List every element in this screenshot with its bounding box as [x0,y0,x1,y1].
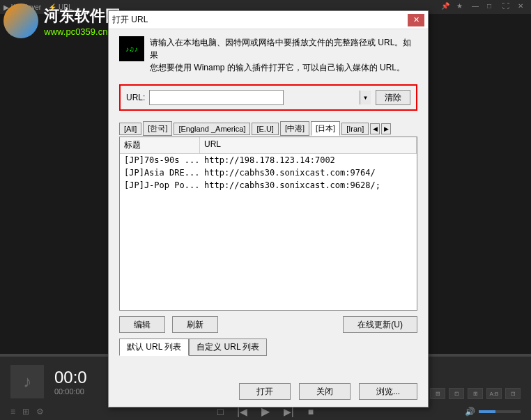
volume-icon[interactable]: 🔊 [465,407,475,417]
tab-scroll-right-icon[interactable]: ▶ [381,123,391,134]
list-item[interactable]: [JP]J-Pop Po...http://cabhs30.sonixcast.… [120,179,417,192]
time-total: 00:00:00 [54,387,87,396]
info-icon: ♪♫♪ [119,36,144,61]
refresh-button[interactable]: 刷新 [172,316,218,333]
list-item[interactable]: [JP]Asia DRE...http://cabhs30.sonixcast.… [120,166,417,179]
star-icon[interactable]: ★ [456,2,466,12]
watermark-logo-icon [3,3,38,38]
volume-slider[interactable] [479,410,521,413]
url-list[interactable]: 标题 URL [JP]70s-90s ...http://198.178.123… [119,137,417,311]
url-input-row: URL: ▼ 清除 [119,84,417,111]
list-item[interactable]: [JP]70s-90s ...http://198.178.123.14:700… [120,154,417,166]
fullscreen-icon[interactable]: ⛶ [502,2,512,12]
tab-region[interactable]: [England _America] [174,123,250,135]
region-tabs: [All][한국][England _America][E.U][中港][日本]… [119,121,417,136]
time-elapsed: 00:0 [54,368,87,387]
control-btn-1[interactable]: ⊞ [430,388,445,399]
tab-scroll-left-icon[interactable]: ◀ [370,123,380,134]
menu-icon[interactable]: ≡ [10,407,15,417]
open-button[interactable]: 打开 [239,383,291,400]
maximize-icon[interactable]: □ [487,2,497,12]
clear-button[interactable]: 清除 [376,90,410,105]
edit-button[interactable]: 编辑 [119,316,165,333]
tab-region[interactable]: [All] [119,123,141,135]
gear-icon[interactable]: ⚙ [36,407,44,417]
subtab[interactable]: 默认 URL 列表 [119,339,189,356]
dialog-close-button[interactable]: ✕ [408,14,424,26]
tab-region[interactable]: [日本] [311,121,340,136]
watermark: 河东软件园 www.pc0359.cn [3,3,121,38]
info-text: 请输入在本地电脑、因特网或网络中要播放文件的完整路径或 URL。如果 您想要使用… [150,36,417,74]
url-label: URL: [126,93,145,102]
url-dropdown-icon[interactable]: ▼ [360,91,371,104]
tab-region[interactable]: [中港] [280,121,309,136]
dialog-title: 打开 URL [112,14,408,26]
pin-icon[interactable]: 📌 [441,2,451,12]
tab-region[interactable]: [Iran] [341,123,369,135]
control-btn-2[interactable]: ⊡ [449,388,464,399]
minimize-icon[interactable]: — [472,2,482,12]
tab-region[interactable]: [E.U] [252,123,278,135]
grid-icon[interactable]: ⊞ [22,407,29,417]
open-url-dialog: 打开 URL ✕ ♪♫♪ 请输入在本地电脑、因特网或网络中要播放文件的完整路径或… [108,10,429,407]
close-icon[interactable]: ✕ [518,2,528,12]
column-header-title[interactable]: 标题 [120,137,200,153]
browse-button[interactable]: 浏览... [359,383,417,400]
column-header-url[interactable]: URL [200,137,417,153]
control-btn-3[interactable]: ⊞ [468,388,483,399]
control-btn-4[interactable]: A:B [486,388,502,399]
album-art-icon: ♪ [10,365,44,398]
subtab[interactable]: 自定义 URL 列表 [189,339,267,356]
subtabs: 默认 URL 列表自定义 URL 列表 [119,339,417,356]
close-button[interactable]: 关闭 [299,383,351,400]
control-btn-5[interactable]: ⊡ [505,388,521,399]
tab-region[interactable]: [한국] [143,121,172,136]
url-input[interactable] [149,90,284,105]
dialog-titlebar[interactable]: 打开 URL ✕ [109,11,428,29]
online-update-button[interactable]: 在线更新(U) [343,316,417,333]
